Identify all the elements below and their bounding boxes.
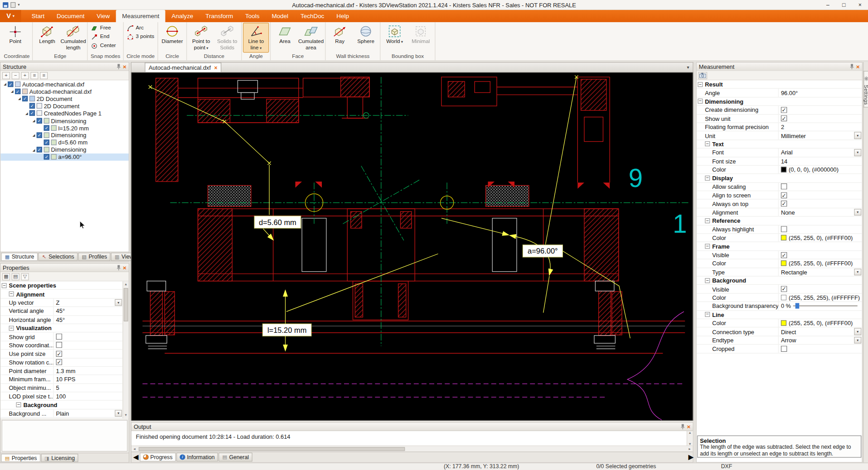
ribbon-tab-document[interactable]: Document [51,10,91,22]
section-header-dimensioning[interactable]: −Dimensioning [697,97,862,106]
property-row-font-size[interactable]: Font size14 [697,157,862,166]
tree-options-button[interactable]: ≡ [30,72,38,79]
panel-tab-selections[interactable]: Selections [38,253,78,261]
alphabetical-view-button[interactable]: ▤ [12,273,19,280]
expand-all-button[interactable]: + [2,72,10,79]
checkbox-unchecked[interactable] [56,342,62,348]
property-row-color[interactable]: Color(0, 0, 0), (#000000) [697,166,862,174]
checkbox-unchecked[interactable] [781,345,787,351]
checkbox-checked[interactable]: ✓ [781,286,787,292]
expanded-arrow-icon[interactable]: ◢ [31,119,37,123]
tree-item-a-96-00[interactable]: ✓a=96.00° [0,153,129,161]
dropdown-button[interactable]: ▾ [854,209,861,216]
property-row-show-unit[interactable]: Show unit✓ [697,115,862,123]
section-header-reference[interactable]: −Reference [697,217,862,225]
save-icon[interactable] [3,2,8,7]
visibility-checkbox[interactable]: ✓ [22,96,28,101]
minimize-button[interactable]: – [820,0,836,10]
property-row-horizontal-angle[interactable]: Horizontal angle45° [0,316,122,324]
scroll-up-icon[interactable]: ▲ [687,431,693,434]
tree-item-dimensioning[interactable]: ◢✓Dimensioning [0,146,129,153]
property-row-background-transparency[interactable]: Background transparency0 % [697,302,862,311]
expanded-arrow-icon[interactable]: ◢ [2,82,8,86]
property-row-cropped[interactable]: Cropped [697,345,862,353]
property-row-unit[interactable]: UnitMillimeter▾ [697,131,862,140]
expanded-arrow-icon[interactable]: ◢ [31,148,37,152]
scroll-up-icon[interactable]: ▲ [123,282,129,288]
close-panel-icon[interactable]: × [123,264,126,270]
ribbon-button-area[interactable]: Area [272,23,298,53]
maximize-button[interactable]: □ [836,0,852,10]
ribbon-button-center[interactable]: Center [89,42,118,50]
ribbon-button-ray[interactable]: Ray [327,23,353,53]
property-row-always-highlight[interactable]: Always highlight [697,225,862,234]
dropdown-button[interactable]: ▾ [854,132,861,139]
expanded-arrow-icon[interactable]: ◢ [10,89,15,93]
section-header-visualization[interactable]: −Visualization [0,324,122,333]
ribbon-button-diameter[interactable]: Diameter [159,23,185,53]
ribbon-button-world[interactable]: World ▾ [382,23,408,53]
checkbox-checked[interactable]: ✓ [781,107,787,113]
property-row-alignment[interactable]: AlignmentNone▾ [697,208,862,217]
expanded-arrow-icon[interactable]: ◢ [17,96,22,101]
section-header-alignment[interactable]: −Alignment [0,290,122,298]
visibility-checkbox[interactable]: ✓ [37,132,42,138]
dimension-label-a[interactable]: a=96.00° [523,245,563,257]
property-row-lod-pixel-size-t[interactable]: LOD pixel size t...100 [0,392,122,401]
output-tab-information[interactable]: Information [176,453,218,462]
tree-item-2d-document[interactable]: ✓2D Document [0,102,129,110]
collapse-icon[interactable]: − [9,326,14,331]
collapse-all-button[interactable]: − [12,72,19,79]
visibility-checkbox[interactable]: ✓ [37,147,42,153]
tree-item-2d-document[interactable]: ◢✓2D Document [0,95,129,102]
visibility-checkbox[interactable]: ✓ [44,139,49,145]
collapse-icon[interactable]: − [705,176,710,181]
ribbon-button-line-to-line[interactable]: Line to line ▾ [243,23,269,53]
new-document-icon[interactable] [10,2,15,7]
ribbon-button-minimal[interactable]: Minimal [408,23,434,53]
section-header-background[interactable]: −Background [0,401,122,409]
property-row-floating-format-precision[interactable]: Floating format precision2 [697,123,862,132]
property-row-show-grid[interactable]: Show grid [0,333,122,341]
section-header-scene-properties[interactable]: −Scene properties [0,282,122,290]
ribbon-tab-start[interactable]: Start [25,10,50,22]
property-row-color[interactable]: Color(255, 255, 0), (#FFFF00) [697,259,862,268]
property-row-visible[interactable]: Visible✓ [697,251,862,259]
property-row-color[interactable]: Color(255, 255, 255), (#FFFFFF) [697,293,862,302]
panel-tab-structure[interactable]: Structure [1,253,37,261]
document-tab-close-icon[interactable]: × [214,65,217,71]
property-row-font[interactable]: FontArial▾ [697,149,862,157]
property-row-allow-scaling[interactable]: Allow scaling [697,182,862,191]
property-row-color[interactable]: Color(255, 255, 0), (#FFFF00) [697,319,862,328]
ribbon-tab-techdoc[interactable]: TechDoc [295,10,330,22]
dropdown-button[interactable]: ▾ [854,337,861,344]
close-panel-icon[interactable]: × [856,63,860,69]
collapse-icon[interactable]: − [698,99,703,104]
collapse-icon[interactable]: − [705,312,710,317]
tree-item-autocad-mechanical-dxf[interactable]: ◢✓Autocad-mechanical.dxf [0,80,129,87]
checkbox-checked[interactable]: ✓ [56,359,62,365]
ribbon-button-3-points[interactable]: 3 points [125,33,156,41]
section-header-frame[interactable]: −Frame [697,242,862,251]
ribbon-button-length[interactable]: Length [34,23,60,53]
collapse-icon[interactable]: − [705,142,710,147]
ribbon-tab-transform[interactable]: Transform [199,10,239,22]
property-row-create-dimensioning[interactable]: Create dimensioning✓ [697,106,862,115]
property-row-background[interactable]: Background ...Plain▾ [0,409,122,418]
collapse-icon[interactable]: − [698,82,703,87]
close-button[interactable]: × [852,0,868,10]
dropdown-button[interactable]: ▾ [854,149,861,156]
collapse-icon[interactable]: − [2,283,7,288]
panel-tab-licensing[interactable]: Licensing [41,454,78,462]
ribbon-button-sphere[interactable]: Sphere [353,23,379,53]
property-row-endtype[interactable]: EndtypeArrow▾ [697,336,862,345]
property-row-vertical-angle[interactable]: Vertical angle45° [0,307,122,316]
viewport-canvas[interactable]: d=5.60 mm a=96.00° l=15.20 mm 9 [131,72,693,420]
collapse-icon[interactable]: − [705,218,710,223]
output-tab-general[interactable]: General [218,453,252,462]
checkbox-unchecked[interactable] [56,334,62,340]
property-row-use-point-size[interactable]: Use point size✓ [0,350,122,358]
tree-item-l-15-20-mm[interactable]: ✓l=15.20 mm [0,124,129,131]
visibility-checkbox[interactable]: ✓ [44,154,49,160]
quick-access-dropdown-icon[interactable]: ▾ [18,3,19,7]
